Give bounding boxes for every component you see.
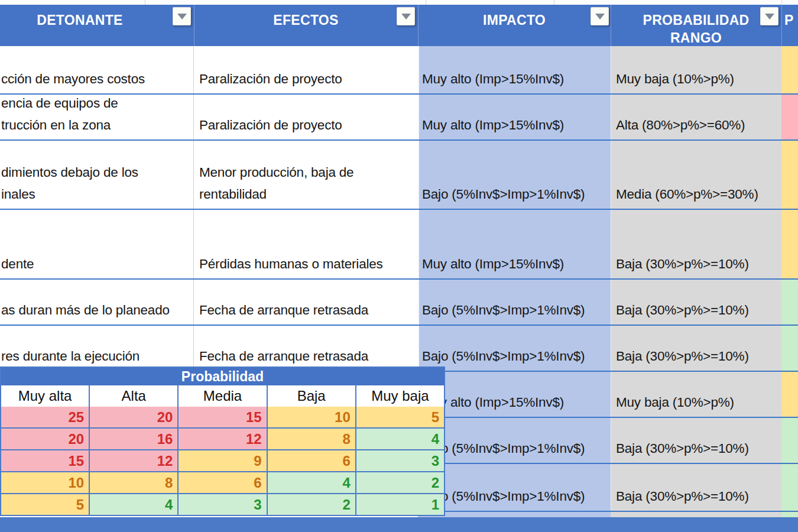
table-row-4: dente Pérdidas humanas o materiales Muy …	[0, 210, 798, 280]
matrix-grid: 25201510520161284151296310864254321	[0, 407, 445, 516]
cell-probabilidad[interactable]: Baja (30%>p%>=10%)	[611, 326, 781, 371]
matrix-title[interactable]: Probabilidad	[0, 366, 445, 385]
header-cell-impacto[interactable]: IMPACTO	[418, 5, 611, 46]
risk-level-strip[interactable]	[781, 372, 798, 417]
matrix-cell-r5c1[interactable]: 5	[1, 494, 89, 515]
cell-impacto[interactable]: Bajo (5%Inv$>Imp>1%Inv$)	[418, 464, 611, 511]
cell-probabilidad[interactable]: Baja (30%>p%>=10%)	[611, 418, 781, 463]
matrix-cell-r4c1[interactable]: 10	[1, 472, 89, 493]
matrix-cell-r3c5[interactable]: 3	[356, 450, 444, 471]
risk-level-strip[interactable]	[781, 280, 798, 325]
cell-probabilidad[interactable]: Baja (30%>p%>=10%)	[611, 464, 781, 511]
cell-impacto[interactable]: Muy alto (Imp>15%Inv$)	[418, 95, 611, 140]
filter-button-efectos[interactable]	[397, 7, 415, 25]
cell-impacto[interactable]: Bajo (5%Inv$>Imp>1%Inv$)	[418, 326, 611, 371]
header-cell-efectos[interactable]: EFECTOS	[194, 5, 418, 46]
table-row-5: as duran más de lo planeado Fecha de arr…	[0, 280, 798, 326]
cell-efectos[interactable]: Fecha de arranque retrasada	[194, 280, 418, 325]
cell-detonante[interactable]: encia de equipos detrucción en la zona	[0, 95, 194, 140]
risk-level-strip[interactable]	[781, 418, 798, 463]
matrix-cell-r5c5[interactable]: 1	[356, 494, 444, 515]
header-divider	[194, 5, 194, 46]
cell-probabilidad[interactable]: Baja (30%>p%>=10%)	[611, 210, 781, 278]
header-divider	[418, 5, 419, 46]
header-impacto-label: IMPACTO	[418, 5, 611, 28]
matrix-cell-r1c1[interactable]: 25	[1, 407, 89, 427]
matrix-header-row: Muy alta Alta Media Baja Muy baja	[0, 385, 445, 407]
risk-level-strip[interactable]	[781, 46, 798, 93]
cell-probabilidad[interactable]: Muy baja (10%>p%)	[611, 372, 781, 417]
matrix-cell-r5c4[interactable]: 2	[268, 494, 355, 515]
cell-detonante[interactable]: dente	[0, 210, 194, 278]
cell-efectos[interactable]: Menor producción, baja derentabilidad	[194, 141, 418, 209]
cell-efectos[interactable]: Pérdidas humanas o materiales	[194, 210, 418, 278]
cell-impacto[interactable]: Bajo (5%Inv$>Imp>1%Inv$)	[418, 418, 611, 463]
matrix-cell-r5c2[interactable]: 4	[90, 494, 177, 515]
matrix-cell-r4c5[interactable]: 2	[356, 472, 444, 493]
filter-button-detonante[interactable]	[173, 7, 191, 25]
cell-efectos[interactable]: Fecha de arranque retrasada	[194, 326, 418, 371]
matrix-header-muy-alta[interactable]: Muy alta	[1, 385, 89, 407]
matrix-header-muy-baja[interactable]: Muy baja	[356, 385, 444, 407]
risk-level-strip[interactable]	[781, 141, 798, 209]
matrix-header-media[interactable]: Media	[179, 385, 266, 407]
matrix-cell-r1c2[interactable]: 20	[90, 407, 177, 427]
filter-button-impacto[interactable]	[591, 7, 609, 25]
gridline	[426, 0, 426, 5]
risk-level-strip[interactable]	[781, 464, 798, 511]
matrix-cell-r3c3[interactable]: 9	[179, 450, 266, 471]
matrix-header-alta[interactable]: Alta	[90, 385, 177, 407]
chevron-down-icon	[595, 14, 605, 20]
spreadsheet-risk-table: DETONANTE EFECTOS IMPACTO PROBABILIDAD R…	[0, 0, 798, 532]
header-cell-detonante[interactable]: DETONANTE	[0, 5, 194, 46]
matrix-cell-r3c1[interactable]: 15	[1, 450, 89, 471]
header-detonante-label: DETONANTE	[0, 5, 160, 28]
matrix-cell-r2c3[interactable]: 12	[179, 429, 266, 449]
matrix-cell-r3c2[interactable]: 12	[90, 450, 177, 471]
cell-impacto[interactable]: Muy alto (Imp>15%Inv$)	[418, 46, 611, 93]
cell-probabilidad[interactable]: Alta (80%>p%>=60%)	[611, 95, 781, 140]
matrix-cell-r4c3[interactable]: 6	[179, 472, 266, 493]
table-row-6: res durante la ejecución Fecha de arranq…	[0, 326, 798, 372]
cell-probabilidad[interactable]: Muy baja (10%>p%)	[611, 46, 781, 93]
matrix-cell-r2c2[interactable]: 16	[90, 429, 177, 449]
cell-efectos[interactable]: Paralización de proyecto	[194, 46, 418, 93]
cell-impacto[interactable]: Muy alto (Imp>15%Inv$)	[418, 372, 611, 417]
header-cell-probabilidad-rango[interactable]: PROBABILIDAD RANGO	[611, 5, 781, 46]
cell-impacto[interactable]: Bajo (5%Inv$>Imp>1%Inv$)	[418, 280, 611, 325]
matrix-cell-r1c3[interactable]: 15	[179, 407, 266, 427]
header-probabilidad-label: PROBABILIDAD	[643, 12, 750, 28]
bottom-blue-bar	[0, 517, 798, 532]
matrix-cell-r2c4[interactable]: 8	[268, 429, 355, 449]
filter-button-probabilidad[interactable]	[760, 7, 778, 25]
cell-efectos[interactable]: Paralización de proyecto	[194, 95, 418, 140]
cell-probabilidad[interactable]: Baja (30%>p%>=10%)	[611, 280, 781, 325]
matrix-cell-r5c3[interactable]: 3	[179, 494, 266, 515]
cell-impacto[interactable]: Muy alto (Imp>15%Inv$)	[418, 210, 611, 278]
cell-impacto[interactable]: Bajo (5%Inv$>Imp>1%Inv$)	[418, 141, 611, 209]
table-row-3: dimientos debajo de losinales Menor prod…	[0, 141, 798, 210]
gridline	[781, 0, 782, 5]
chevron-down-icon	[177, 14, 187, 20]
matrix-cell-r1c4[interactable]: 10	[268, 407, 355, 427]
matrix-header-baja[interactable]: Baja	[268, 385, 355, 407]
table-row-2: encia de equipos detrucción en la zona P…	[0, 95, 798, 141]
matrix-cell-r4c2[interactable]: 8	[90, 472, 177, 493]
risk-level-strip[interactable]	[781, 210, 798, 278]
matrix-cell-r4c4[interactable]: 4	[268, 472, 355, 493]
risk-level-strip[interactable]	[781, 95, 798, 140]
header-p-label: P	[781, 5, 798, 28]
table-header-row: DETONANTE EFECTOS IMPACTO PROBABILIDAD R…	[0, 5, 798, 46]
matrix-cell-r1c5[interactable]: 5	[356, 407, 444, 427]
sheet-top-gridline-strip	[0, 0, 798, 5]
risk-level-strip[interactable]	[781, 326, 798, 371]
cell-probabilidad[interactable]: Media (60%>p%>=30%)	[611, 141, 781, 209]
matrix-cell-r2c5[interactable]: 4	[356, 429, 444, 449]
header-cell-p-partial[interactable]: P	[781, 5, 798, 46]
cell-detonante[interactable]: res durante la ejecución	[0, 326, 194, 371]
cell-detonante[interactable]: as duran más de lo planeado	[0, 280, 194, 325]
matrix-cell-r3c4[interactable]: 6	[268, 450, 355, 471]
matrix-cell-r2c1[interactable]: 20	[1, 429, 89, 449]
cell-detonante[interactable]: dimientos debajo de losinales	[0, 141, 194, 209]
cell-detonante[interactable]: cción de mayores costos	[0, 46, 194, 93]
